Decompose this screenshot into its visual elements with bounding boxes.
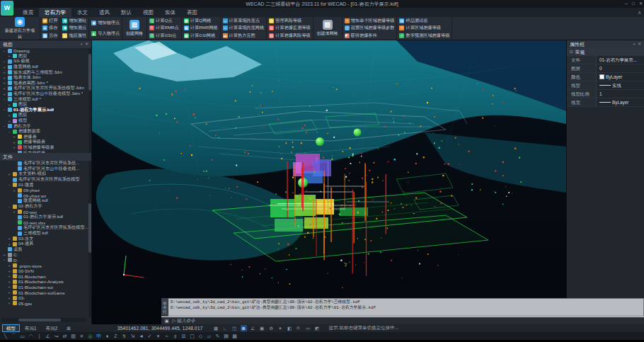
- layout-tab-⊞[interactable]: ⊞: [62, 324, 74, 332]
- expand-toggle-icon[interactable]: +: [2, 70, 6, 74]
- tab-水文[interactable]: 水文: [71, 8, 93, 17]
- tree-item[interactable]: +03-: [0, 295, 91, 301]
- ribbon-button[interactable]: ↔计算采场跨度点: [223, 18, 265, 24]
- property-value[interactable]: 实线: [597, 81, 644, 89]
- pin-icon[interactable]: ⌖: [633, 40, 636, 48]
- ribbon-button[interactable]: ◔增加单个区域岩爆等级: [345, 18, 395, 24]
- tree-item[interactable]: +05-gpu: [0, 300, 91, 306]
- expand-toggle-icon[interactable]: +: [7, 54, 11, 58]
- status-icon[interactable]: ◧: [287, 325, 293, 331]
- expand-toggle-icon[interactable]: +: [7, 280, 11, 284]
- ribbon-button[interactable]: G计算GSI点: [149, 33, 179, 39]
- tree-item[interactable]: 毛坪矿区河东片区开拓系统模型: [0, 177, 91, 183]
- expand-toggle-icon[interactable]: +: [7, 242, 11, 246]
- tree-item[interactable]: +03-水文: [0, 236, 91, 241]
- minimize-icon[interactable]: ─: [625, 0, 628, 8]
- draw-tool-icon[interactable]: ◠: [28, 333, 34, 340]
- view-panel-header-icons[interactable]: ⌖✕: [81, 40, 88, 48]
- expand-toggle-icon[interactable]: +: [7, 274, 11, 278]
- ribbon-collapse-icon[interactable]: ∧: [638, 8, 641, 17]
- property-row[interactable]: 颜色ByLayer: [567, 73, 644, 81]
- ribbon-button[interactable]: ◉增加物理点: [91, 20, 120, 26]
- expand-toggle-icon[interactable]: +: [12, 151, 16, 153]
- expand-toggle-icon[interactable]: −: [2, 258, 6, 262]
- status-icon[interactable]: ◫: [231, 325, 238, 331]
- status-icon[interactable]: ▭: [305, 325, 311, 331]
- draw-tool-icon[interactable]: ⌁: [163, 333, 170, 340]
- tree-item[interactable]: +C:: [0, 252, 91, 258]
- expand-toggle-icon[interactable]: +: [7, 172, 11, 176]
- draw-tool-icon[interactable]: ▾: [155, 333, 161, 340]
- command-input[interactable]: ▣ ▷ 输入命令: [161, 317, 644, 324]
- draw-tool-icon[interactable]: ◇: [197, 333, 204, 340]
- draw-tool-icon[interactable]: ∠: [45, 333, 51, 340]
- tree-item[interactable]: +01-Blockchain-suiGame: [0, 290, 91, 295]
- tree-item[interactable]: +区域岩爆等级表: [0, 145, 91, 151]
- expand-toggle-icon[interactable]: +: [12, 135, 16, 139]
- ribbon-big-button[interactable]: ▩创建体网格: [316, 20, 340, 37]
- status-icon[interactable]: ✦: [277, 325, 284, 331]
- file-tree-scrollbar[interactable]: [88, 161, 91, 317]
- tree-item[interactable]: 桌面: [0, 247, 91, 253]
- expand-toggle-icon[interactable]: +: [7, 119, 11, 123]
- close-icon[interactable]: ✕: [85, 40, 88, 48]
- expand-toggle-icon[interactable]: −: [7, 130, 11, 134]
- expand-toggle-icon[interactable]: +: [2, 81, 6, 85]
- draw-tool-icon[interactable]: Z: [113, 333, 119, 340]
- property-row[interactable]: 图层0: [567, 64, 644, 73]
- command-history[interactable]: D:\wecad_sdk_ky\3d_cad_2\bin_git\矿冶-典型例题…: [161, 298, 644, 317]
- expand-toggle-icon[interactable]: +: [12, 188, 16, 193]
- draw-tool-icon[interactable]: ▱: [206, 333, 212, 340]
- tree-item[interactable]: +图层: [0, 113, 91, 118]
- expand-toggle-icon[interactable]: −: [2, 124, 6, 128]
- property-value[interactable]: ByLayer: [597, 98, 644, 106]
- expand-toggle-icon[interactable]: +: [12, 145, 16, 149]
- tab-实体[interactable]: 实体: [159, 8, 181, 17]
- file-tree-hscrollbar[interactable]: [1, 318, 86, 322]
- draw-tool-icon[interactable]: ▢: [189, 333, 195, 340]
- ribbon-button[interactable]: ◭导入物理点: [91, 30, 120, 37]
- expand-toggle-icon[interactable]: −: [2, 59, 6, 64]
- expand-toggle-icon[interactable]: +: [2, 253, 6, 257]
- maximize-icon[interactable]: □: [632, 0, 635, 8]
- collapse-minus-icon[interactable]: ⊟: [570, 48, 573, 56]
- draw-tool-icon[interactable]: ⇄: [62, 333, 68, 340]
- ribbon-button[interactable]: R计算RMR点: [149, 25, 179, 31]
- status-icon[interactable]: ▣: [259, 325, 265, 331]
- ribbon-button[interactable]: ⇔计算采场跨度网格: [223, 25, 265, 31]
- expand-toggle-icon[interactable]: −: [2, 49, 6, 53]
- draw-tool-icon[interactable]: ✓: [146, 333, 153, 340]
- command-side-tab[interactable]: 命令行: [161, 298, 168, 317]
- property-row[interactable]: 线型比例1: [567, 90, 644, 98]
- ribbon-button[interactable]: ▦计算Q网格: [184, 18, 218, 24]
- tab-通风[interactable]: 通风: [93, 8, 115, 17]
- file-tree[interactable]: 毛坪矿区河东片区开拓系统...毛坪矿区河东山中段巷道模...+水文资料-模拟毛坪…: [0, 161, 91, 317]
- tree-item[interactable]: +00-SVN: [0, 268, 91, 274]
- expand-toggle-icon[interactable]: −: [7, 183, 11, 187]
- draw-tool-icon[interactable]: ◄: [138, 333, 144, 340]
- tree-item[interactable]: 微震网格.kdf: [0, 198, 91, 204]
- expand-toggle-icon[interactable]: +: [12, 210, 16, 214]
- ribbon-button[interactable]: ☁计算热力云图: [223, 33, 265, 39]
- tree-item[interactable]: +09-yhwz: [0, 188, 91, 193]
- tree-item[interactable]: −01-岩石力学展示.kdf: [0, 108, 91, 113]
- ribbon-button[interactable]: ◷设置区域岩爆等级参数: [345, 25, 395, 31]
- draw-tool-icon[interactable]: ◎: [87, 333, 93, 340]
- ribbon-button[interactable]: ▤地层属性: [62, 33, 86, 39]
- status-icon[interactable]: ∠: [250, 325, 256, 331]
- ribbon-button[interactable]: Q计算Q点: [149, 18, 179, 24]
- tree-item[interactable]: −D:: [0, 258, 91, 263]
- expand-toggle-icon[interactable]: +: [7, 290, 11, 295]
- ribbon-button[interactable]: ▥计算岩爆监测等级: [269, 25, 311, 31]
- tree-item[interactable]: −Drawing: [0, 48, 91, 54]
- expand-toggle-icon[interactable]: −: [2, 108, 6, 112]
- tab-微震[interactable]: 微震: [17, 8, 39, 17]
- expand-toggle-icon[interactable]: +: [7, 301, 11, 305]
- expand-toggle-icon[interactable]: +: [7, 103, 11, 107]
- property-value[interactable]: ByLayer: [597, 73, 644, 81]
- command-prompt[interactable]: ▷ 输入命令: [172, 318, 195, 324]
- property-row[interactable]: 线宽ByLayer: [567, 98, 644, 107]
- draw-tool-icon[interactable]: ↯: [121, 333, 127, 340]
- pin-icon[interactable]: ⌖: [81, 40, 83, 48]
- status-icon[interactable]: ▦: [213, 325, 219, 331]
